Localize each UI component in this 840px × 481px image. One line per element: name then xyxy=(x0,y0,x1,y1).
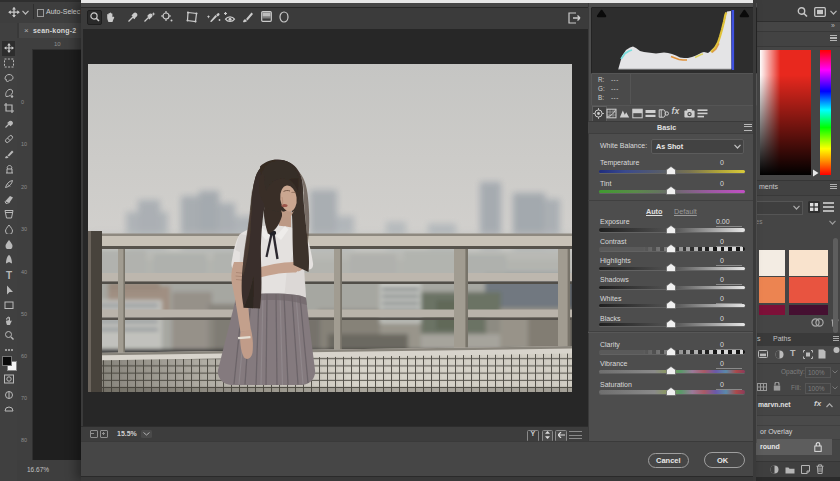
svg-text:T: T xyxy=(6,270,12,280)
